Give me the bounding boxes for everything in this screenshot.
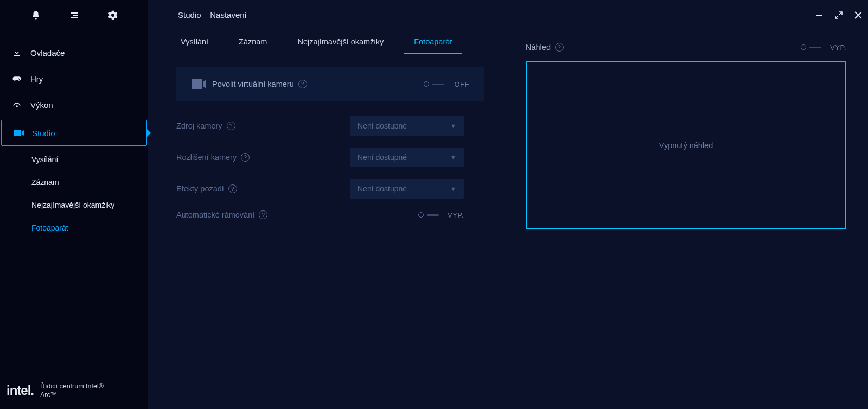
tab-record[interactable]: Záznam bbox=[224, 30, 282, 54]
svg-rect-2 bbox=[71, 17, 78, 18]
preview-toggle[interactable]: VYP. bbox=[801, 43, 846, 52]
sidebar-item-games[interactable]: Hry bbox=[0, 66, 148, 92]
svg-point-3 bbox=[16, 106, 17, 107]
svg-rect-8 bbox=[192, 79, 202, 89]
close-icon[interactable] bbox=[854, 11, 863, 20]
sidebar-sub-camera[interactable]: Fotoaparát bbox=[31, 216, 148, 239]
camera-icon bbox=[192, 79, 212, 89]
background-effects-row: Efekty pozadí ? Není dostupné ▼ bbox=[176, 179, 484, 199]
gear-icon[interactable] bbox=[108, 10, 118, 20]
preview-header: Náhled ? VYP. bbox=[526, 43, 846, 52]
svg-rect-4 bbox=[14, 130, 21, 136]
preview-title: Náhled ? bbox=[526, 43, 564, 52]
sidebar-sub-record[interactable]: Záznam bbox=[31, 171, 148, 194]
menu-icon[interactable] bbox=[69, 10, 79, 20]
sidebar-item-drivers[interactable]: Ovladače bbox=[0, 40, 148, 66]
row-label: Zdroj kamery ? bbox=[176, 122, 350, 130]
brand-logo: intel. bbox=[7, 383, 34, 398]
sidebar-item-label: Hry bbox=[30, 74, 43, 84]
brand-text: Řídicí centrum Intel® Arc™ bbox=[40, 382, 104, 400]
tab-broadcast[interactable]: Vysílání bbox=[165, 30, 224, 54]
camera-resolution-select[interactable]: Není dostupné ▼ bbox=[350, 148, 464, 167]
nav: Ovladače Hry Výkon Studio Vysílání Zázna… bbox=[0, 30, 148, 382]
sidebar-sub-broadcast[interactable]: Vysílání bbox=[31, 148, 148, 171]
svg-rect-1 bbox=[73, 15, 78, 16]
tabs: Vysílání Záznam Nejzajímavější okamžiky … bbox=[148, 30, 513, 54]
titlebar: Studio – Nastavení bbox=[148, 0, 868, 30]
window-controls bbox=[815, 0, 863, 30]
help-icon[interactable]: ? bbox=[259, 210, 267, 219]
tab-highlights[interactable]: Nejzajímavější okamžiky bbox=[282, 30, 399, 54]
camera-icon bbox=[14, 129, 32, 137]
sidebar-item-studio[interactable]: Studio bbox=[1, 120, 147, 146]
sidebar-item-label: Ovladače bbox=[30, 48, 65, 57]
settings-pane: Vysílání Záznam Nejzajímavější okamžiky … bbox=[148, 30, 513, 409]
sidebar-submenu: Vysílání Záznam Nejzajímavější okamžiky … bbox=[0, 148, 148, 239]
virtual-camera-toggle[interactable]: OFF bbox=[424, 80, 469, 88]
minimize-icon[interactable] bbox=[815, 11, 824, 20]
chevron-down-icon: ▼ bbox=[450, 186, 456, 192]
page-title: Studio – Nastavení bbox=[178, 10, 247, 20]
help-icon[interactable]: ? bbox=[241, 153, 250, 162]
row-label: Rozlišení kamery ? bbox=[176, 153, 350, 162]
toggle-icon bbox=[418, 212, 439, 218]
toggle-icon bbox=[424, 81, 444, 87]
content: Vysílání Záznam Nejzajímavější okamžiky … bbox=[148, 30, 868, 409]
sidebar-item-label: Studio bbox=[32, 129, 55, 138]
auto-framing-toggle[interactable]: VYP. bbox=[350, 211, 464, 219]
sidebar-sub-highlights[interactable]: Nejzajímavější okamžiky bbox=[31, 194, 148, 216]
maximize-icon[interactable] bbox=[834, 11, 843, 20]
settings-body: Povolit virtuální kameru ? OFF Zdroj kam… bbox=[148, 54, 513, 244]
bell-icon[interactable] bbox=[31, 10, 41, 20]
brand: intel. Řídicí centrum Intel® Arc™ bbox=[0, 382, 148, 410]
main: Studio – Nastavení Vysílání Záznam Nejza… bbox=[148, 0, 868, 409]
camera-resolution-row: Rozlišení kamery ? Není dostupné ▼ bbox=[176, 148, 484, 167]
virtual-camera-panel: Povolit virtuální kameru ? OFF bbox=[176, 67, 484, 101]
gauge-icon bbox=[12, 100, 30, 110]
toggle-icon bbox=[801, 44, 821, 50]
preview-box: Vypnutý náhled bbox=[526, 61, 846, 229]
gamepad-icon bbox=[12, 74, 30, 84]
sidebar-item-performance[interactable]: Výkon bbox=[0, 92, 148, 118]
camera-source-select[interactable]: Není dostupné ▼ bbox=[350, 116, 464, 136]
download-icon bbox=[12, 48, 30, 57]
help-icon[interactable]: ? bbox=[298, 80, 307, 88]
row-label: Automatické rámování ? bbox=[176, 210, 350, 219]
help-icon[interactable]: ? bbox=[228, 184, 237, 193]
auto-framing-row: Automatické rámování ? VYP. bbox=[176, 210, 484, 219]
camera-source-row: Zdroj kamery ? Není dostupné ▼ bbox=[176, 116, 484, 136]
sidebar-top bbox=[0, 0, 148, 30]
sidebar-item-label: Výkon bbox=[30, 100, 53, 110]
help-icon[interactable]: ? bbox=[555, 43, 564, 52]
chevron-down-icon: ▼ bbox=[450, 123, 456, 129]
background-effects-select[interactable]: Není dostupné ▼ bbox=[350, 179, 464, 199]
help-icon[interactable]: ? bbox=[227, 122, 235, 130]
preview-message: Vypnutý náhled bbox=[659, 141, 713, 150]
row-label: Efekty pozadí ? bbox=[176, 184, 350, 193]
chevron-down-icon: ▼ bbox=[450, 154, 456, 161]
tab-camera[interactable]: Fotoaparát bbox=[399, 30, 467, 54]
sidebar: Ovladače Hry Výkon Studio Vysílání Zázna… bbox=[0, 0, 148, 409]
virtual-camera-label: Povolit virtuální kameru ? bbox=[212, 80, 424, 88]
svg-rect-0 bbox=[71, 12, 78, 13]
preview-pane: Náhled ? VYP. Vypnutý náhled bbox=[513, 30, 868, 409]
